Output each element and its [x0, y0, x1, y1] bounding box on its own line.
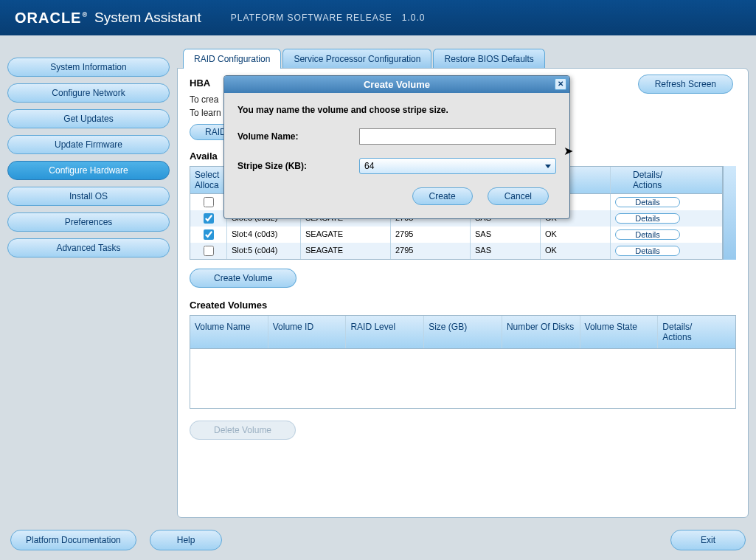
create-button[interactable]: Create — [412, 187, 473, 205]
sidebar-item-configure-hardware[interactable]: Configure Hardware — [7, 161, 170, 180]
brand-logo: ORACLE — [15, 10, 87, 27]
created-volumes-header-row: Volume Name Volume ID RAID Level Size (G… — [190, 316, 735, 349]
create-volume-dialog: Create Volume ✕ You may name the volume … — [223, 75, 570, 219]
app-header: ORACLE System Assistant PLATFORM SOFTWAR… — [0, 0, 756, 35]
disk-type: SAS — [471, 243, 541, 259]
volume-name-input[interactable] — [359, 128, 556, 145]
dialog-prompt: You may name the volume and choose strip… — [237, 105, 556, 115]
sidebar-item-advanced-tasks[interactable]: Advanced Tasks — [7, 238, 170, 257]
disk-details-button[interactable]: Details — [615, 213, 680, 224]
create-volume-button[interactable]: Create Volume — [190, 269, 296, 288]
vol-col-size: Size (GB) — [424, 316, 502, 348]
sidebar: System Information Configure Network Get… — [0, 35, 177, 519]
release-label: PLATFORM SOFTWARE RELEASE 1.0.0 — [231, 13, 426, 23]
disk-size: 2795 — [391, 243, 471, 259]
close-icon[interactable]: ✕ — [555, 78, 566, 90]
tab-raid-configuration[interactable]: RAID Configuration — [183, 49, 281, 69]
stripe-size-select[interactable]: 64 — [359, 158, 556, 174]
delete-volume-button: Delete Volume — [190, 421, 296, 440]
product-name: System Assistant — [94, 10, 201, 26]
table-scrollbar[interactable] — [723, 166, 736, 260]
disk-select-checkbox[interactable] — [204, 197, 214, 207]
vol-col-state: Volume State — [580, 316, 659, 348]
sidebar-item-install-os[interactable]: Install OS — [7, 187, 170, 206]
disk-details-button[interactable]: Details — [615, 246, 680, 256]
platform-documentation-button[interactable]: Platform Documentation — [10, 530, 136, 550]
volume-name-label: Volume Name: — [237, 131, 359, 142]
vol-col-details: Details/ Actions — [658, 316, 735, 348]
dialog-body: You may name the volume and choose strip… — [224, 93, 569, 218]
created-volumes-table: Volume Name Volume ID RAID Level Size (G… — [190, 315, 736, 409]
col-details: Details/ Actions — [611, 167, 684, 193]
sidebar-item-update-firmware[interactable]: Update Firmware — [7, 135, 170, 154]
footer: Platform Documentation Help Exit — [0, 519, 756, 560]
disk-select-checkbox[interactable] — [204, 213, 214, 224]
dialog-title-bar[interactable]: Create Volume ✕ — [224, 76, 569, 93]
vol-col-name: Volume Name — [190, 316, 268, 348]
disk-details-button[interactable]: Details — [615, 197, 680, 207]
dialog-title: Create Volume — [364, 79, 430, 90]
disk-device: Slot:4 (c0d3) — [227, 227, 301, 243]
sidebar-item-get-updates[interactable]: Get Updates — [7, 109, 170, 128]
disk-size: 2795 — [391, 227, 471, 243]
exit-button[interactable]: Exit — [670, 530, 746, 550]
help-button[interactable]: Help — [150, 530, 223, 550]
stripe-size-value: 64 — [364, 161, 374, 171]
table-row: Slot:5 (c0d4) SEAGATE 2795 SAS OK Detail… — [190, 243, 722, 259]
disk-select-checkbox[interactable] — [204, 246, 214, 256]
disk-state: OK — [541, 243, 611, 259]
sidebar-item-preferences[interactable]: Preferences — [7, 212, 170, 232]
col-select: Select — [195, 170, 219, 180]
release-label-text: PLATFORM SOFTWARE RELEASE — [231, 13, 392, 23]
table-row: Slot:4 (c0d3) SEAGATE 2795 SAS OK Detail… — [190, 227, 722, 243]
col-alloc: Alloca — [195, 180, 219, 190]
vol-col-raid: RAID Level — [346, 316, 424, 348]
tab-service-processor-configuration[interactable]: Service Processor Configuration — [282, 49, 431, 69]
disk-select-checkbox[interactable] — [204, 229, 214, 240]
disk-vendor: SEAGATE — [301, 243, 391, 259]
sidebar-item-system-information[interactable]: System Information — [7, 58, 170, 77]
vol-col-disks: Number Of Disks — [502, 316, 580, 348]
vol-col-id: Volume ID — [268, 316, 347, 348]
sidebar-item-configure-network[interactable]: Configure Network — [7, 83, 170, 103]
tab-restore-bios-defaults[interactable]: Restore BIOS Defaults — [433, 49, 544, 69]
refresh-screen-button[interactable]: Refresh Screen — [638, 75, 733, 94]
disk-details-button[interactable]: Details — [615, 229, 680, 240]
disk-state: OK — [541, 227, 611, 243]
stripe-size-label: Stripe Size (KB): — [237, 161, 359, 171]
cancel-button[interactable]: Cancel — [488, 187, 549, 205]
disk-type: SAS — [471, 227, 541, 243]
disk-device: Slot:5 (c0d4) — [227, 243, 301, 259]
chevron-down-icon — [545, 165, 551, 168]
disk-vendor: SEAGATE — [301, 227, 391, 243]
release-version: 1.0.0 — [402, 13, 426, 23]
tab-bar: RAID Configuration Service Processor Con… — [183, 49, 749, 69]
created-volumes-body — [190, 349, 735, 408]
created-volumes-header: Created Volumes — [190, 300, 736, 311]
